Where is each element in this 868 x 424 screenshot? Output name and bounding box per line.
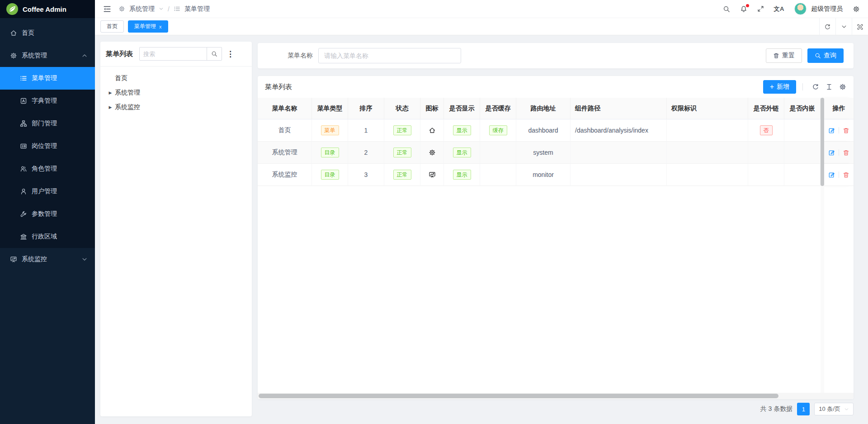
sidebar-item-parameter-management[interactable]: 参数管理 bbox=[0, 203, 95, 225]
breadcrumb-parent[interactable]: 系统管理 bbox=[129, 5, 155, 13]
tree-search-input[interactable] bbox=[139, 47, 207, 61]
menu-name-input[interactable] bbox=[318, 48, 461, 63]
delete-icon[interactable] bbox=[843, 127, 849, 134]
chevron-down-icon[interactable] bbox=[835, 18, 852, 35]
menu-fold-icon[interactable] bbox=[103, 5, 111, 13]
row-height-icon[interactable] bbox=[826, 83, 833, 91]
sidebar-item-label: 角色管理 bbox=[32, 165, 57, 173]
cell-menu-name: 首页 bbox=[258, 119, 312, 142]
page-button-1[interactable]: 1 bbox=[797, 403, 810, 415]
more-options-icon[interactable]: ⋮ bbox=[226, 50, 234, 58]
tree-search-button[interactable] bbox=[207, 47, 222, 61]
menu-tree: 首页 ▶ 系统管理 ▶ 系统监控 bbox=[106, 67, 246, 114]
divider bbox=[839, 127, 839, 133]
table-card-header: 菜单列表 + 新增 bbox=[258, 76, 854, 98]
tree-panel-title: 菜单列表 bbox=[106, 50, 133, 58]
sidebar-item-dictionary-management[interactable]: 字典管理 bbox=[0, 90, 95, 112]
col-route: 路由地址 bbox=[516, 98, 571, 119]
cell-icon bbox=[420, 142, 444, 164]
sidebar-item-role-management[interactable]: 角色管理 bbox=[0, 157, 95, 180]
search-icon[interactable] bbox=[723, 5, 730, 13]
cell-actions bbox=[824, 119, 854, 142]
edit-icon[interactable] bbox=[828, 127, 835, 134]
cell-embedded bbox=[784, 164, 821, 186]
tree-node-system-management[interactable]: ▶ 系统管理 bbox=[106, 86, 246, 100]
menu-type-tag: 菜单 bbox=[321, 125, 339, 135]
sidebar-item-department-management[interactable]: 部门管理 bbox=[0, 112, 95, 135]
sidebar-item-label: 菜单管理 bbox=[32, 74, 57, 82]
sidebar-submenu-system: 菜单管理 字典管理 部门管理 岗位管理 角色管理 用户管理 bbox=[0, 67, 95, 248]
user-name[interactable]: 超级管理员 bbox=[811, 5, 843, 13]
col-status: 状态 bbox=[384, 98, 420, 119]
caret-right-icon[interactable]: ▶ bbox=[106, 105, 115, 110]
tab-bar: 首页 菜单管理 x bbox=[95, 18, 868, 35]
tree-node-system-monitor[interactable]: ▶ 系统监控 bbox=[106, 100, 246, 114]
total-count: 共 3 条数据 bbox=[760, 405, 793, 413]
tree-node-label: 系统管理 bbox=[115, 89, 140, 97]
wrench-icon bbox=[20, 210, 27, 218]
query-button[interactable]: 查询 bbox=[807, 48, 844, 63]
table-row: 首页 菜单 1 正常 显示 缓存 dashboard /dashboard/an… bbox=[258, 119, 854, 142]
search-icon bbox=[211, 51, 217, 57]
refresh-icon[interactable] bbox=[819, 18, 835, 35]
status-tag: 正常 bbox=[393, 125, 411, 135]
settings-gear-icon[interactable] bbox=[853, 5, 860, 13]
cell-external bbox=[748, 142, 784, 164]
col-cache: 是否缓存 bbox=[480, 98, 516, 119]
table-header-row: 菜单名称 菜单类型 排序 状态 图标 是否显示 是否缓存 路由地址 组件路径 权… bbox=[258, 98, 854, 119]
vertical-scrollbar-thumb[interactable] bbox=[821, 98, 824, 186]
column-settings-gear-icon[interactable] bbox=[839, 83, 846, 91]
table-row: 系统监控 目录 3 正常 显示 monitor bbox=[258, 164, 854, 186]
delete-icon[interactable] bbox=[843, 172, 849, 178]
id-badge-icon bbox=[20, 143, 27, 150]
menu-name-label: 菜单名称 bbox=[288, 52, 313, 60]
add-button[interactable]: + 新增 bbox=[763, 80, 796, 94]
sidebar-item-label: 系统监控 bbox=[22, 255, 47, 263]
page-size-select[interactable]: 10 条/页 bbox=[814, 403, 854, 415]
sidebar-item-home[interactable]: 首页 bbox=[0, 22, 95, 44]
cell-status: 正常 bbox=[384, 119, 420, 142]
tab-menu-management[interactable]: 菜单管理 x bbox=[128, 20, 168, 33]
notification-bell-icon[interactable] bbox=[740, 5, 747, 13]
fullscreen-icon[interactable] bbox=[757, 5, 764, 12]
horizontal-scrollbar-track bbox=[258, 393, 854, 399]
sidebar-item-label: 首页 bbox=[22, 29, 34, 37]
cell-visible: 显示 bbox=[444, 119, 480, 142]
external-tag: 否 bbox=[760, 125, 773, 135]
sidebar-item-user-management[interactable]: 用户管理 bbox=[0, 180, 95, 203]
cell-menu-name: 系统监控 bbox=[258, 164, 312, 186]
horizontal-scrollbar-thumb[interactable] bbox=[259, 394, 778, 398]
dictionary-icon bbox=[20, 97, 27, 105]
search-icon bbox=[815, 52, 821, 59]
sidebar-menu: 首页 系统管理 菜单管理 字典管理 部门管理 岗位管理 bbox=[0, 18, 95, 271]
sidebar-item-label: 字典管理 bbox=[32, 97, 57, 105]
list-icon bbox=[20, 75, 27, 82]
close-icon[interactable]: x bbox=[159, 24, 162, 29]
sidebar-item-post-management[interactable]: 岗位管理 bbox=[0, 135, 95, 157]
sidebar-item-administrative-region[interactable]: 行政区域 bbox=[0, 225, 95, 248]
edit-icon[interactable] bbox=[828, 149, 835, 156]
cell-visible: 显示 bbox=[444, 164, 480, 186]
gear-icon bbox=[429, 149, 436, 156]
pagination: 共 3 条数据 1 10 条/页 bbox=[760, 403, 854, 415]
tree-node-home[interactable]: 首页 bbox=[106, 71, 246, 86]
sidebar-item-menu-management[interactable]: 菜单管理 bbox=[0, 67, 95, 90]
sidebar-item-system-management[interactable]: 系统管理 bbox=[0, 44, 95, 67]
content-area: 菜单列表 ⋮ 首页 ▶ 系统管理 ▶ 系统监控 菜单名称 bbox=[95, 35, 868, 424]
tab-home[interactable]: 首页 bbox=[100, 20, 124, 33]
delete-icon[interactable] bbox=[843, 149, 849, 156]
caret-right-icon[interactable]: ▶ bbox=[106, 91, 115, 95]
edit-icon[interactable] bbox=[828, 172, 835, 178]
gear-icon bbox=[10, 52, 17, 59]
avatar[interactable] bbox=[794, 3, 807, 15]
sidebar-item-system-monitor[interactable]: 系统监控 bbox=[0, 248, 95, 271]
monitor-icon bbox=[429, 171, 436, 178]
col-menu-name: 菜单名称 bbox=[258, 98, 312, 119]
cell-menu-name: 系统管理 bbox=[258, 142, 312, 164]
cell-permission bbox=[667, 142, 748, 164]
expand-icon[interactable] bbox=[852, 18, 868, 35]
refresh-icon[interactable] bbox=[812, 83, 819, 91]
translate-icon[interactable]: 文A bbox=[774, 5, 784, 13]
reset-button[interactable]: 重置 bbox=[766, 48, 802, 63]
col-actions: 操作 bbox=[824, 98, 854, 119]
